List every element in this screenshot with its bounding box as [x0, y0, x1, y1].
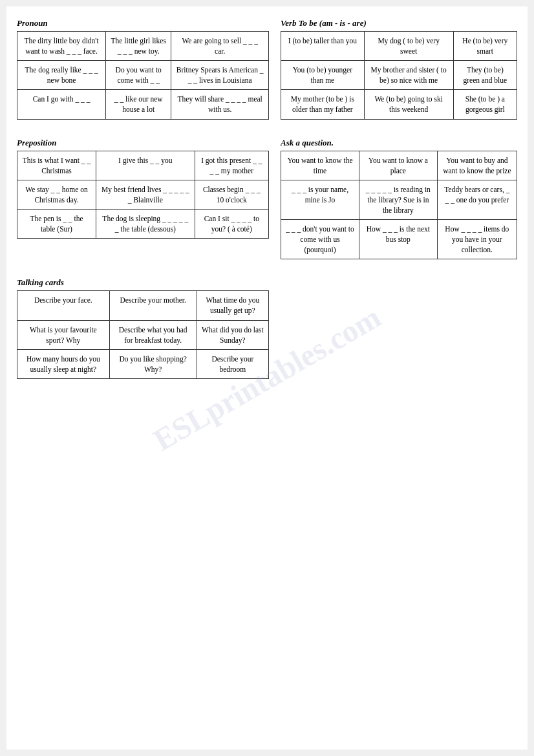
table-row: The dirty little boy didn't want to wash… [17, 32, 269, 61]
table-cell: Describe your bedroom [197, 349, 268, 378]
table-cell: Can I sit _ _ _ _ to you? ( à coté) [195, 209, 268, 238]
table-cell: My best friend lives _ _ _ _ _ _ Blainvi… [96, 180, 195, 209]
table-row: _ _ _ don't you want to come with us (po… [281, 220, 517, 259]
table-cell: _ _ _ _ _ is reading in the library? Sue… [359, 180, 437, 219]
pronoun-section: Pronoun The dirty little boy didn't want… [17, 18, 269, 120]
ask-question-section: Ask a question. You want to know the tim… [281, 138, 517, 260]
table-cell: The dog is sleeping _ _ _ _ _ _ the tabl… [96, 209, 195, 238]
table-cell: The dirty little boy didn't want to wash… [17, 32, 106, 61]
preposition-title: Preposition [17, 138, 269, 148]
table-cell: You want to know the time [281, 151, 359, 180]
table-cell: I got this present _ _ _ _ my mother [195, 151, 268, 180]
table-cell: You want to buy and want to know the pri… [437, 151, 517, 180]
table-cell: He (to be) very smart [453, 32, 517, 61]
table-cell: Classes begin _ _ _ 10 o'clock [195, 180, 268, 209]
talking-cards-table: Describe your face. Describe your mother… [17, 290, 269, 379]
table-cell: _ _ _ don't you want to come with us (po… [281, 220, 359, 259]
table-cell: I give this _ _ you [96, 151, 195, 180]
table-cell: Do you want to come with _ _ [106, 61, 171, 90]
table-row: My mother (to be ) is older than my fath… [281, 90, 517, 119]
table-cell: How _ _ _ is the next bus stop [359, 220, 437, 259]
table-cell: Describe your mother. [109, 291, 197, 320]
table-cell: How many hours do you usually sleep at n… [17, 349, 110, 378]
ask-question-title: Ask a question. [281, 138, 517, 148]
table-cell: We (to be) going to ski this weekend [364, 90, 453, 119]
table-cell: Teddy bears or cars, _ _ _ one do you pr… [437, 180, 517, 219]
verb-to-be-section: Verb To be (am - is - are) I (to be) tal… [281, 18, 517, 120]
table-cell: The dog really like _ _ _ new bone [17, 61, 106, 90]
table-cell: Describe what you had for breakfast toda… [109, 320, 197, 349]
table-row: You want to know the time You want to kn… [281, 151, 517, 180]
table-cell: Do you like shopping? Why? [109, 349, 197, 378]
table-row: Describe your face. Describe your mother… [17, 291, 269, 320]
table-cell: My dog ( to be) very sweet [364, 32, 453, 61]
talking-cards-section: Talking cards Describe your face. Descri… [17, 277, 269, 379]
verb-to-be-table: I (to be) taller than you My dog ( to be… [281, 31, 517, 120]
table-cell: My brother and sister ( to be) so nice w… [364, 61, 453, 90]
table-cell: You (to be) younger than me [281, 61, 365, 90]
page: ESLprintables.com Pronoun The dirty litt… [6, 6, 528, 750]
table-row: The pen is _ _ the table (Sur) The dog i… [17, 209, 269, 238]
table-row: We stay _ _ home on Christmas day. My be… [17, 180, 269, 209]
table-cell: I (to be) taller than you [281, 32, 365, 61]
table-cell: What is your favourite sport? Why [17, 320, 110, 349]
table-cell: We are going to sell _ _ _ car. [171, 32, 269, 61]
table-cell: Can I go with _ _ _ [17, 90, 106, 119]
table-cell: They (to be) green and blue [453, 61, 517, 90]
ask-question-table: You want to know the time You want to kn… [281, 151, 517, 260]
table-cell: How _ _ _ _ items do you have in your co… [437, 220, 517, 259]
table-cell: What did you do last Sunday? [197, 320, 268, 349]
preposition-section: Preposition This is what I want _ _ Chri… [17, 138, 269, 260]
table-row: _ _ _ is your name, mine is Jo _ _ _ _ _… [281, 180, 517, 219]
pronoun-table: The dirty little boy didn't want to wash… [17, 31, 269, 120]
table-cell: What time do you usually get up? [197, 291, 268, 320]
table-row: Can I go with _ _ _ _ _ like our new hou… [17, 90, 269, 119]
top-section: Pronoun The dirty little boy didn't want… [17, 18, 517, 129]
table-cell: This is what I want _ _ Christmas [17, 151, 96, 180]
verb-to-be-title: Verb To be (am - is - are) [281, 18, 517, 28]
table-cell: My mother (to be ) is older than my fath… [281, 90, 365, 119]
table-cell: We stay _ _ home on Christmas day. [17, 180, 96, 209]
preposition-table: This is what I want _ _ Christmas I give… [17, 151, 269, 239]
table-row: The dog really like _ _ _ new bone Do yo… [17, 61, 269, 90]
table-cell: The pen is _ _ the table (Sur) [17, 209, 96, 238]
table-row: You (to be) younger than me My brother a… [281, 61, 517, 90]
table-row: This is what I want _ _ Christmas I give… [17, 151, 269, 180]
pronoun-title: Pronoun [17, 18, 269, 28]
table-cell: She (to be ) a gorgeous girl [453, 90, 517, 119]
table-cell: _ _ like our new house a lot [106, 90, 171, 119]
table-row: I (to be) taller than you My dog ( to be… [281, 32, 517, 61]
table-cell: Britney Spears is American _ _ _ lives i… [171, 61, 269, 90]
table-cell: You want to know a place [359, 151, 437, 180]
table-cell: Describe your face. [17, 291, 110, 320]
middle-section: Preposition This is what I want _ _ Chri… [17, 138, 517, 269]
table-cell: The little girl likes _ _ _ new toy. [106, 32, 171, 61]
table-cell: _ _ _ is your name, mine is Jo [281, 180, 359, 219]
table-cell: They will share _ _ _ _ meal with us. [171, 90, 269, 119]
talking-cards-title: Talking cards [17, 277, 269, 288]
table-row: How many hours do you usually sleep at n… [17, 349, 269, 378]
table-row: What is your favourite sport? Why Descri… [17, 320, 269, 349]
